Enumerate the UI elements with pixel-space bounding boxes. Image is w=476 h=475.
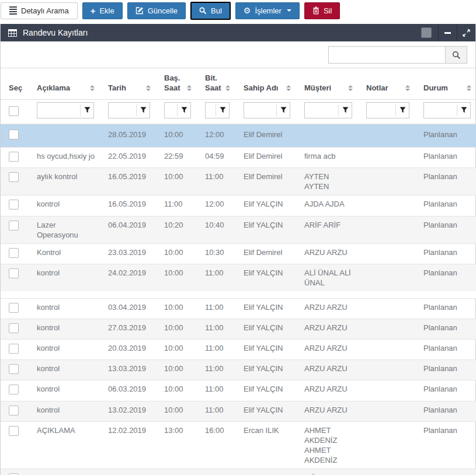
sort-icon[interactable] [467,85,471,91]
detailed-search-button[interactable]: Detaylı Arama [1,2,78,19]
column-filter-input[interactable] [109,103,136,118]
column-filter-input[interactable] [367,103,395,118]
row-checkbox[interactable] [9,172,19,182]
row-checkbox[interactable] [9,130,19,139]
table-row[interactable]: kontrol 20.03.2019 10:00 11:00 Elif YALÇ… [1,340,476,360]
row-checkbox[interactable] [9,200,19,209]
table-row[interactable]: Lazer Operasyonu 06.04.2019 10:20 10:40 … [1,216,476,243]
find-button[interactable]: Bul [190,2,231,20]
table-row[interactable]: kontrol 16.05.2019 11:00 12:00 Elif YALÇ… [1,195,476,216]
table-row[interactable]: Kontrol 23.03.2019 10:00 10:30 Elif Demi… [1,243,476,264]
sort-icon[interactable] [348,85,353,91]
cell-date: 12.02.2019 [100,469,156,475]
column-filter-input[interactable] [206,103,216,118]
table-row[interactable]: aylık kontrol 16.05.2019 10:00 11:00 Eli… [1,168,476,195]
cell-notes [358,216,415,243]
fullscreen-button[interactable] [457,24,475,41]
row-select-cell [1,216,29,243]
table-row[interactable]: kontrol 13.02.2019 10:00 11:00 Elif YALÇ… [1,401,476,421]
row-gap [1,291,476,298]
filter-icon[interactable] [276,104,290,116]
column-header[interactable]: Seç [1,68,29,99]
search-icon [452,51,461,60]
filter-icon[interactable] [136,104,150,116]
filter-cell [197,99,235,124]
row-checkbox[interactable] [9,152,19,162]
sort-icon[interactable] [90,85,95,91]
column-filter-input[interactable] [244,103,276,118]
widget-style-button[interactable] [415,24,438,41]
row-checkbox[interactable] [9,364,19,374]
cell-owner-name: Elif Demirel [235,147,296,167]
table-row[interactable]: kontrol 13.03.2019 10:00 11:00 Elif YALÇ… [1,360,476,380]
search-icon [199,7,207,15]
row-checkbox[interactable] [9,426,19,436]
cell-notes [358,124,415,147]
filter-icon[interactable] [395,104,409,116]
cell-notes [358,298,415,319]
column-header[interactable]: Baş. Saat [156,68,197,99]
row-checkbox[interactable] [9,344,19,354]
table-row[interactable]: 28.05.2019 10:00 12:00 Elif Demirel Plan… [1,124,476,147]
column-header[interactable]: Bit. Saat [197,68,235,99]
table-row[interactable]: kontrol 27.03.2019 10:00 11:00 Elif YALÇ… [1,319,476,340]
column-header[interactable]: Durum [415,68,476,99]
table-row[interactable]: hs oycud,hsxiy jo 22.05.2019 22:59 04:59… [1,147,476,167]
table-row[interactable]: AÇIKLAMA 12.02.2019 13:00 16:00 Ercan IL… [1,421,476,469]
row-checkbox[interactable] [9,303,19,313]
row-checkbox[interactable] [9,323,19,333]
sort-icon[interactable] [146,85,151,91]
table-row[interactable]: muayene 12.02.2019 12:00 12:15 Elif YALÇ… [1,469,476,475]
filter-icon[interactable] [457,104,470,116]
select-all-checkbox[interactable] [9,106,19,116]
table-row[interactable]: kontrol 06.03.2019 10:00 11:00 Elif YALÇ… [1,380,476,401]
column-filter-input[interactable] [305,103,338,118]
table-row[interactable]: kontrol 03.04.2019 10:00 11:00 Elif YALÇ… [1,298,476,319]
widget-controls [415,24,475,41]
row-select-cell [1,147,29,167]
row-checkbox[interactable] [9,221,19,230]
minus-icon [444,32,451,34]
row-checkbox[interactable] [9,406,19,415]
column-header[interactable]: Müşteri [296,68,358,99]
table-row[interactable]: kontrol 24.02.2019 10:00 11:00 Elif YALÇ… [1,264,476,292]
update-button[interactable]: Güncelle [127,2,186,19]
filter-icon[interactable] [338,104,352,116]
cell-owner-name: Elif YALÇIN [235,195,296,216]
column-header[interactable]: Notlar [358,68,415,99]
cell-owner-name: Ercan ILIK [235,421,296,469]
sort-icon[interactable] [187,85,192,91]
search-button[interactable] [445,46,467,64]
cell-status: Planlanan [415,469,476,475]
filter-icon[interactable] [177,104,190,116]
column-label: Sahip Adı [244,83,278,92]
row-select-cell [1,264,29,292]
row-checkbox[interactable] [9,248,19,258]
cell-end-time: 11:00 [197,401,235,421]
filter-icon[interactable] [80,104,93,116]
cell-notes [358,469,415,475]
cell-date: 23.03.2019 [100,243,156,264]
cell-date: 06.04.2019 [100,216,156,243]
cell-notes [358,319,415,340]
filter-icon[interactable] [216,104,229,116]
column-header[interactable]: Sahip Adı [235,68,296,99]
column-filter-input[interactable] [165,103,177,118]
row-checkbox[interactable] [9,385,19,394]
sort-icon[interactable] [225,85,230,91]
add-button[interactable]: + Ekle [82,2,123,19]
column-header[interactable]: Açıklama [29,68,100,99]
cell-customer: ARZU ARZU [296,360,358,380]
cell-start-time: 10:00 [156,401,197,421]
collapse-button[interactable] [438,24,457,41]
column-header[interactable]: Tarih [100,68,156,99]
operations-button[interactable]: ⚙ İşlemler [235,2,300,19]
search-input[interactable] [328,46,445,64]
delete-button[interactable]: Sil [304,2,340,19]
row-checkbox[interactable] [9,268,19,278]
column-filter-input[interactable] [37,103,80,118]
sort-icon[interactable] [286,85,291,91]
sort-icon[interactable] [405,85,410,91]
column-filter-input[interactable] [424,103,457,118]
cell-status: Planlanan [415,216,476,243]
